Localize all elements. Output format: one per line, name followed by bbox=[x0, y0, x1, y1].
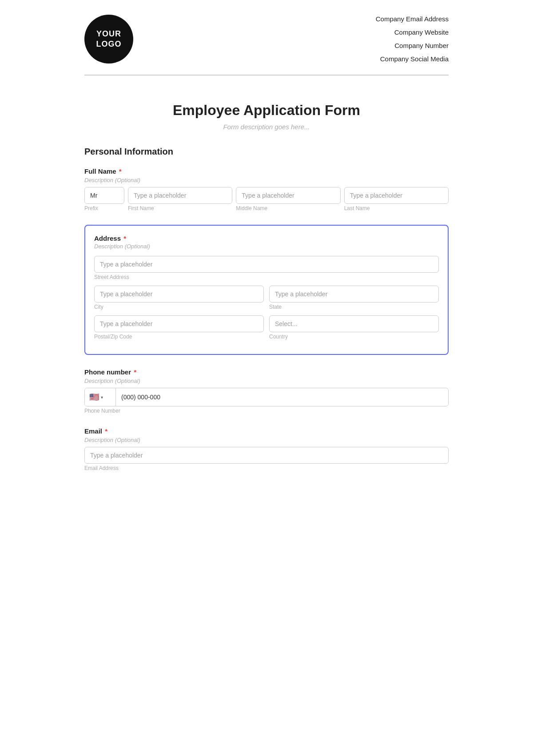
company-logo: YOUR LOGO bbox=[84, 15, 133, 64]
chevron-down-icon: ▾ bbox=[101, 395, 103, 400]
name-row: Prefix First Name Middle Name Last Name bbox=[84, 187, 449, 211]
prefix-sublabel: Prefix bbox=[84, 205, 124, 211]
main-content: Employee Application Form Form descripti… bbox=[67, 76, 466, 511]
flag-emoji: 🇺🇸 bbox=[89, 392, 99, 402]
company-number-label: Company Number bbox=[376, 39, 449, 52]
email-input-wrap bbox=[84, 447, 449, 464]
first-name-wrap: First Name bbox=[128, 187, 232, 211]
first-name-sublabel: First Name bbox=[128, 205, 232, 211]
middle-name-wrap: Middle Name bbox=[236, 187, 340, 211]
street-row: Street Address bbox=[94, 256, 439, 280]
phone-flag-selector[interactable]: 🇺🇸 ▾ bbox=[85, 388, 116, 406]
city-sublabel: City bbox=[94, 304, 264, 310]
email-input[interactable] bbox=[85, 447, 448, 463]
full-name-description: Description (Optional) bbox=[84, 177, 449, 183]
postal-wrap: Postal/Zip Code bbox=[94, 315, 264, 340]
full-name-group: Full Name * Description (Optional) Prefi… bbox=[84, 167, 449, 211]
first-name-input[interactable] bbox=[128, 187, 232, 204]
state-input[interactable] bbox=[269, 286, 439, 302]
phone-input[interactable] bbox=[116, 389, 448, 405]
phone-label: Phone number * bbox=[84, 368, 449, 376]
company-email-label: Company Email Address bbox=[376, 12, 449, 26]
state-wrap: State bbox=[269, 286, 439, 310]
phone-row: 🇺🇸 ▾ bbox=[84, 388, 449, 406]
last-name-input[interactable] bbox=[344, 187, 449, 204]
full-name-required: * bbox=[117, 167, 122, 175]
postal-sublabel: Postal/Zip Code bbox=[94, 334, 264, 340]
email-sublabel: Email Address bbox=[84, 465, 449, 471]
page-header: YOUR LOGO Company Email Address Company … bbox=[67, 0, 466, 75]
street-wrap: Street Address bbox=[94, 256, 439, 280]
state-sublabel: State bbox=[269, 304, 439, 310]
section-personal-info: Personal Information bbox=[84, 147, 449, 157]
street-input[interactable] bbox=[94, 256, 439, 273]
country-input[interactable] bbox=[269, 315, 439, 332]
prefix-input[interactable] bbox=[84, 187, 124, 204]
phone-sublabel: Phone Number bbox=[84, 408, 449, 414]
country-wrap: Country bbox=[269, 315, 439, 340]
address-required: * bbox=[122, 235, 126, 242]
last-name-sublabel: Last Name bbox=[344, 205, 449, 211]
middle-name-sublabel: Middle Name bbox=[236, 205, 340, 211]
last-name-wrap: Last Name bbox=[344, 187, 449, 211]
phone-required: * bbox=[132, 368, 136, 376]
company-info: Company Email Address Company Website Co… bbox=[376, 12, 449, 66]
middle-name-input[interactable] bbox=[236, 187, 340, 204]
company-social-label: Company Social Media bbox=[376, 52, 449, 66]
city-input[interactable] bbox=[94, 286, 264, 302]
email-group: Email * Description (Optional) Email Add… bbox=[84, 427, 449, 471]
address-label: Address * bbox=[94, 235, 439, 242]
email-required: * bbox=[103, 427, 107, 435]
email-label: Email * bbox=[84, 427, 449, 435]
phone-group: Phone number * Description (Optional) 🇺🇸… bbox=[84, 368, 449, 414]
address-description: Description (Optional) bbox=[94, 243, 439, 250]
address-group: Address * Description (Optional) Street … bbox=[84, 225, 449, 355]
postal-country-row: Postal/Zip Code Country bbox=[94, 315, 439, 340]
street-sublabel: Street Address bbox=[94, 274, 439, 280]
prefix-wrap: Prefix bbox=[84, 187, 124, 211]
city-state-row: City State bbox=[94, 286, 439, 310]
form-description: Form description goes here... bbox=[84, 123, 449, 131]
company-website-label: Company Website bbox=[376, 26, 449, 39]
full-name-label: Full Name * bbox=[84, 167, 449, 175]
country-sublabel: Country bbox=[269, 334, 439, 340]
postal-input[interactable] bbox=[94, 315, 264, 332]
form-title: Employee Application Form bbox=[84, 102, 449, 119]
email-description: Description (Optional) bbox=[84, 437, 449, 443]
city-wrap: City bbox=[94, 286, 264, 310]
phone-description: Description (Optional) bbox=[84, 378, 449, 384]
